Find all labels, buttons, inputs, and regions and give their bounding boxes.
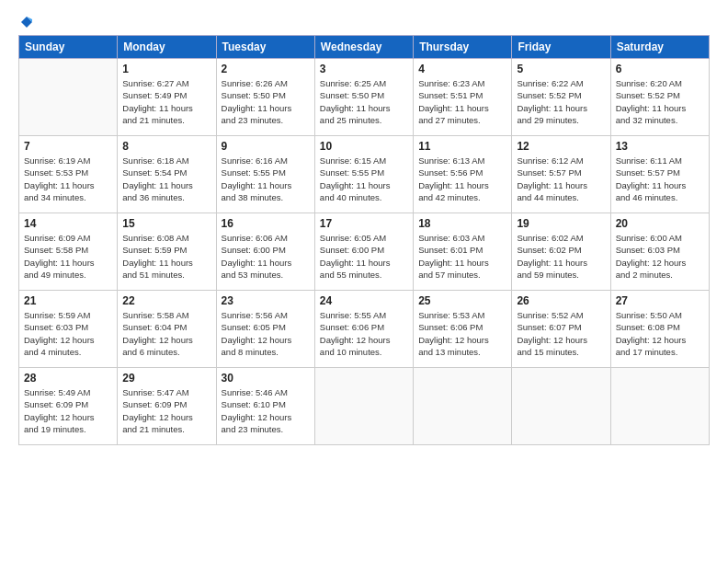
calendar-cell: 7Sunrise: 6:19 AM Sunset: 5:53 PM Daylig… (19, 136, 118, 213)
calendar-cell: 10Sunrise: 6:15 AM Sunset: 5:55 PM Dayli… (314, 136, 413, 213)
day-info: Sunrise: 6:19 AM Sunset: 5:53 PM Dayligh… (24, 155, 112, 203)
day-info: Sunrise: 5:47 AM Sunset: 6:09 PM Dayligh… (122, 386, 210, 435)
calendar-cell: 13Sunrise: 6:11 AM Sunset: 5:57 PM Dayli… (610, 136, 709, 213)
day-number: 15 (122, 217, 210, 230)
day-info: Sunrise: 5:49 AM Sunset: 6:09 PM Dayligh… (24, 386, 112, 435)
day-number: 3 (320, 63, 408, 75)
day-number: 29 (122, 372, 210, 385)
day-number: 22 (122, 294, 210, 307)
day-info: Sunrise: 5:55 AM Sunset: 6:06 PM Dayligh… (320, 309, 408, 358)
day-number: 17 (320, 217, 408, 230)
calendar-cell: 9Sunrise: 6:16 AM Sunset: 5:55 PM Daylig… (216, 136, 314, 213)
day-header-monday: Monday (118, 36, 216, 59)
calendar-cell: 11Sunrise: 6:13 AM Sunset: 5:56 PM Dayli… (414, 136, 512, 213)
calendar-cell: 25Sunrise: 5:53 AM Sunset: 6:06 PM Dayli… (414, 291, 512, 368)
calendar-cell: 14Sunrise: 6:09 AM Sunset: 5:58 PM Dayli… (19, 213, 118, 291)
calendar-week-3: 14Sunrise: 6:09 AM Sunset: 5:58 PM Dayli… (19, 213, 710, 291)
day-number: 16 (222, 217, 310, 230)
calendar-week-2: 7Sunrise: 6:19 AM Sunset: 5:53 PM Daylig… (19, 136, 710, 213)
calendar-week-5: 28Sunrise: 5:49 AM Sunset: 6:09 PM Dayli… (19, 368, 710, 445)
calendar-cell: 21Sunrise: 5:59 AM Sunset: 6:03 PM Dayli… (19, 291, 118, 368)
day-info: Sunrise: 6:27 AM Sunset: 5:49 PM Dayligh… (122, 77, 210, 126)
day-info: Sunrise: 6:26 AM Sunset: 5:50 PM Dayligh… (222, 77, 310, 126)
calendar-cell: 29Sunrise: 5:47 AM Sunset: 6:09 PM Dayli… (118, 368, 216, 445)
calendar-cell: 6Sunrise: 6:20 AM Sunset: 5:52 PM Daylig… (610, 59, 709, 136)
day-info: Sunrise: 6:23 AM Sunset: 5:51 PM Dayligh… (418, 77, 506, 126)
day-info: Sunrise: 6:11 AM Sunset: 5:57 PM Dayligh… (616, 155, 704, 203)
calendar-cell: 18Sunrise: 6:03 AM Sunset: 6:01 PM Dayli… (414, 213, 512, 291)
day-number: 21 (24, 294, 112, 307)
day-header-friday: Friday (512, 36, 610, 59)
calendar-week-4: 21Sunrise: 5:59 AM Sunset: 6:03 PM Dayli… (19, 291, 710, 368)
day-info: Sunrise: 6:05 AM Sunset: 6:00 PM Dayligh… (320, 232, 408, 281)
calendar-cell: 19Sunrise: 6:02 AM Sunset: 6:02 PM Dayli… (512, 213, 610, 291)
day-info: Sunrise: 6:09 AM Sunset: 5:58 PM Dayligh… (24, 232, 112, 281)
day-info: Sunrise: 6:25 AM Sunset: 5:50 PM Dayligh… (320, 77, 408, 126)
calendar-cell (610, 368, 709, 445)
day-info: Sunrise: 6:12 AM Sunset: 5:57 PM Dayligh… (517, 155, 605, 203)
calendar-table: SundayMondayTuesdayWednesdayThursdayFrid… (18, 35, 710, 445)
day-number: 10 (320, 140, 408, 153)
day-info: Sunrise: 6:22 AM Sunset: 5:52 PM Dayligh… (517, 77, 605, 126)
day-info: Sunrise: 6:15 AM Sunset: 5:55 PM Dayligh… (320, 155, 408, 203)
day-info: Sunrise: 6:16 AM Sunset: 5:55 PM Dayligh… (222, 155, 310, 203)
calendar-header-row: SundayMondayTuesdayWednesdayThursdayFrid… (19, 36, 710, 59)
day-number: 27 (616, 294, 704, 307)
day-header-sunday: Sunday (19, 36, 118, 59)
day-info: Sunrise: 5:46 AM Sunset: 6:10 PM Dayligh… (222, 386, 310, 435)
svg-marker-0 (21, 17, 32, 28)
calendar-cell: 17Sunrise: 6:05 AM Sunset: 6:00 PM Dayli… (314, 213, 413, 291)
day-number: 25 (418, 294, 506, 307)
day-number: 12 (517, 140, 605, 153)
calendar-body: 1Sunrise: 6:27 AM Sunset: 5:49 PM Daylig… (19, 59, 710, 445)
calendar-cell: 27Sunrise: 5:50 AM Sunset: 6:08 PM Dayli… (610, 291, 709, 368)
day-info: Sunrise: 6:13 AM Sunset: 5:56 PM Dayligh… (418, 155, 506, 203)
calendar-cell (19, 59, 118, 136)
day-header-saturday: Saturday (610, 36, 709, 59)
day-number: 11 (418, 140, 506, 153)
calendar-cell: 16Sunrise: 6:06 AM Sunset: 6:00 PM Dayli… (216, 213, 314, 291)
calendar-cell: 22Sunrise: 5:58 AM Sunset: 6:04 PM Dayli… (118, 291, 216, 368)
calendar-cell: 2Sunrise: 6:26 AM Sunset: 5:50 PM Daylig… (216, 59, 314, 136)
day-info: Sunrise: 6:20 AM Sunset: 5:52 PM Dayligh… (616, 77, 704, 126)
logo-icon (19, 15, 34, 29)
calendar-cell: 20Sunrise: 6:00 AM Sunset: 6:03 PM Dayli… (610, 213, 709, 291)
calendar-cell: 1Sunrise: 6:27 AM Sunset: 5:49 PM Daylig… (118, 59, 216, 136)
page-header (18, 15, 710, 28)
day-number: 5 (517, 63, 605, 75)
calendar-cell (314, 368, 413, 445)
day-number: 2 (222, 63, 310, 75)
day-info: Sunrise: 6:06 AM Sunset: 6:00 PM Dayligh… (222, 232, 310, 281)
calendar-cell: 26Sunrise: 5:52 AM Sunset: 6:07 PM Dayli… (512, 291, 610, 368)
calendar-cell: 3Sunrise: 6:25 AM Sunset: 5:50 PM Daylig… (314, 59, 413, 136)
day-header-tuesday: Tuesday (216, 36, 314, 59)
day-number: 1 (122, 63, 210, 75)
calendar-cell (512, 368, 610, 445)
day-info: Sunrise: 5:56 AM Sunset: 6:05 PM Dayligh… (222, 309, 310, 358)
day-number: 4 (418, 63, 506, 75)
day-number: 8 (122, 140, 210, 153)
day-info: Sunrise: 6:08 AM Sunset: 5:59 PM Dayligh… (122, 232, 210, 281)
calendar-cell: 8Sunrise: 6:18 AM Sunset: 5:54 PM Daylig… (118, 136, 216, 213)
day-number: 6 (616, 63, 704, 75)
day-info: Sunrise: 5:52 AM Sunset: 6:07 PM Dayligh… (517, 309, 605, 358)
calendar-cell: 4Sunrise: 6:23 AM Sunset: 5:51 PM Daylig… (414, 59, 512, 136)
day-header-wednesday: Wednesday (314, 36, 413, 59)
day-number: 14 (24, 217, 112, 230)
calendar-week-1: 1Sunrise: 6:27 AM Sunset: 5:49 PM Daylig… (19, 59, 710, 136)
day-number: 20 (616, 217, 704, 230)
calendar-cell: 15Sunrise: 6:08 AM Sunset: 5:59 PM Dayli… (118, 213, 216, 291)
day-info: Sunrise: 5:53 AM Sunset: 6:06 PM Dayligh… (418, 309, 506, 358)
day-info: Sunrise: 6:00 AM Sunset: 6:03 PM Dayligh… (616, 232, 704, 281)
day-number: 24 (320, 294, 408, 307)
day-number: 19 (517, 217, 605, 230)
calendar-cell: 23Sunrise: 5:56 AM Sunset: 6:05 PM Dayli… (216, 291, 314, 368)
day-info: Sunrise: 6:18 AM Sunset: 5:54 PM Dayligh… (122, 155, 210, 203)
calendar-cell: 30Sunrise: 5:46 AM Sunset: 6:10 PM Dayli… (216, 368, 314, 445)
day-number: 7 (24, 140, 112, 153)
day-number: 28 (24, 372, 112, 385)
calendar-cell: 28Sunrise: 5:49 AM Sunset: 6:09 PM Dayli… (19, 368, 118, 445)
calendar-cell: 5Sunrise: 6:22 AM Sunset: 5:52 PM Daylig… (512, 59, 610, 136)
logo (18, 15, 34, 28)
day-number: 26 (517, 294, 605, 307)
